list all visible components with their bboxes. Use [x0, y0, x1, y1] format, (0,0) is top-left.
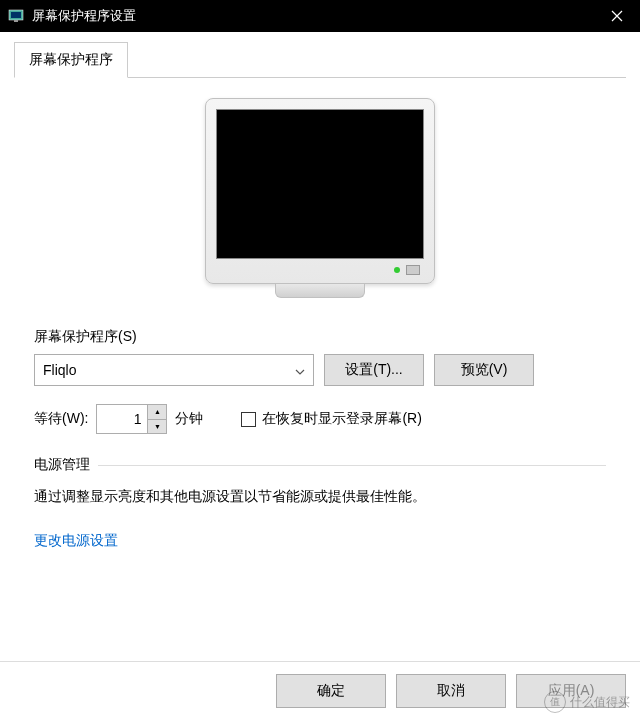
tab-screensaver[interactable]: 屏幕保护程序	[14, 42, 128, 78]
svg-rect-1	[11, 12, 21, 18]
wait-label: 等待(W):	[34, 410, 88, 428]
power-led-icon	[394, 267, 400, 273]
cancel-button[interactable]: 取消	[396, 674, 506, 708]
monitor-preview	[34, 98, 606, 298]
monitor-graphic	[205, 98, 435, 298]
titlebar: 屏幕保护程序设置	[0, 0, 640, 32]
power-section-label: 电源管理	[34, 456, 90, 474]
dropdown-selected: Fliqlo	[43, 362, 295, 378]
power-button-icon	[406, 265, 420, 275]
spinner-up-button[interactable]: ▲	[148, 405, 166, 420]
settings-button[interactable]: 设置(T)...	[324, 354, 424, 386]
power-description: 通过调整显示亮度和其他电源设置以节省能源或提供最佳性能。	[34, 486, 606, 507]
tab-header: 屏幕保护程序	[14, 42, 626, 78]
resume-login-checkbox-wrap[interactable]: 在恢复时显示登录屏幕(R)	[241, 410, 421, 428]
screensaver-section-label: 屏幕保护程序(S)	[34, 328, 606, 346]
ok-button[interactable]: 确定	[276, 674, 386, 708]
wait-unit: 分钟	[175, 410, 203, 428]
dialog-footer: 确定 取消 应用(A)	[0, 661, 640, 719]
divider	[98, 465, 606, 466]
close-button[interactable]	[594, 0, 640, 32]
chevron-down-icon	[295, 362, 305, 378]
wait-spinner[interactable]: ▲ ▼	[96, 404, 167, 434]
tab-body: 屏幕保护程序(S) Fliqlo 设置(T)... 预览(V) 等待(W): ▲…	[14, 78, 626, 560]
apply-button[interactable]: 应用(A)	[516, 674, 626, 708]
window-title: 屏幕保护程序设置	[32, 7, 594, 25]
app-icon	[8, 8, 24, 24]
screensaver-dropdown[interactable]: Fliqlo	[34, 354, 314, 386]
svg-rect-2	[14, 20, 18, 22]
content-area: 屏幕保护程序 屏幕保护程序(S) Fliqlo	[0, 32, 640, 560]
preview-button[interactable]: 预览(V)	[434, 354, 534, 386]
power-settings-link[interactable]: 更改电源设置	[34, 532, 118, 548]
resume-login-label: 在恢复时显示登录屏幕(R)	[262, 410, 421, 428]
spinner-down-button[interactable]: ▼	[148, 420, 166, 434]
close-icon	[611, 10, 623, 22]
resume-login-checkbox[interactable]	[241, 412, 256, 427]
preview-screen	[216, 109, 424, 259]
wait-input[interactable]	[97, 405, 147, 433]
